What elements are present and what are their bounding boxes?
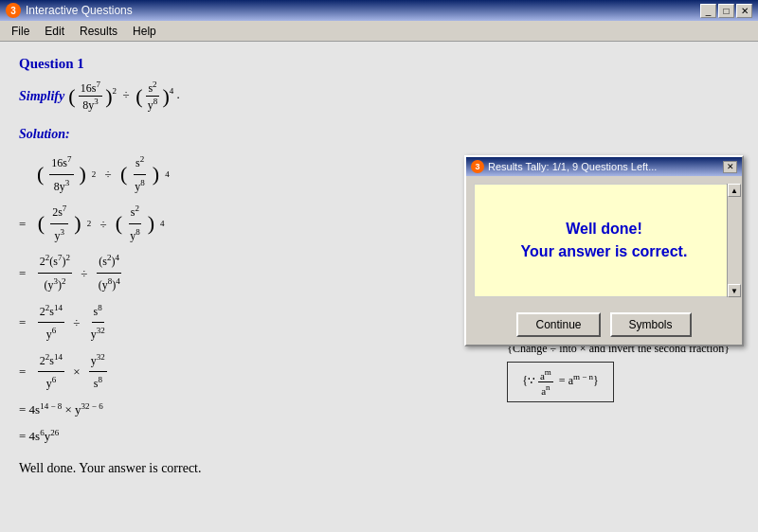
window-title: Interactive Questions <box>26 4 700 17</box>
modal-icon: 3 <box>471 160 484 173</box>
modal-scrollbar[interactable]: ▲ ▼ <box>727 184 742 297</box>
window-controls: _ □ ✕ <box>700 4 752 18</box>
scroll-up-button[interactable]: ▲ <box>728 184 741 197</box>
modal-content-wrapper: Well done! Your answer is correct. ▲ ▼ <box>466 184 742 297</box>
main-content: Question 1 Simplify ( 16s7 8y3 )2 ÷ ( s2… <box>0 42 758 532</box>
menu-edit[interactable]: Edit <box>37 23 72 40</box>
modal-success-line1: Well done! Your answer is correct. <box>521 218 688 263</box>
menu-file[interactable]: File <box>4 23 37 40</box>
menu-help[interactable]: Help <box>125 23 164 40</box>
modal-titlebar: 3 Results Tally: 1/1, 9 Questions Left..… <box>466 157 742 176</box>
window-titlebar: 3 Interactive Questions _ □ ✕ <box>0 0 758 21</box>
modal-close-button[interactable]: ✕ <box>723 161 737 173</box>
scroll-down-button[interactable]: ▼ <box>728 284 741 297</box>
minimize-button[interactable]: _ <box>700 4 716 18</box>
modal-title: Results Tally: 1/1, 9 Questions Left... <box>488 161 723 172</box>
menu-results[interactable]: Results <box>72 23 125 40</box>
symbols-button[interactable]: Symbols <box>610 312 692 337</box>
modal-buttons: Continue Symbols <box>466 305 742 345</box>
results-modal: 3 Results Tally: 1/1, 9 Questions Left..… <box>464 155 744 346</box>
close-button[interactable]: ✕ <box>736 4 752 18</box>
window-icon: 3 <box>6 3 21 18</box>
menubar: File Edit Results Help <box>0 21 758 42</box>
modal-body: Well done! Your answer is correct. <box>474 184 734 297</box>
maximize-button[interactable]: □ <box>718 4 734 18</box>
continue-button[interactable]: Continue <box>516 312 600 337</box>
